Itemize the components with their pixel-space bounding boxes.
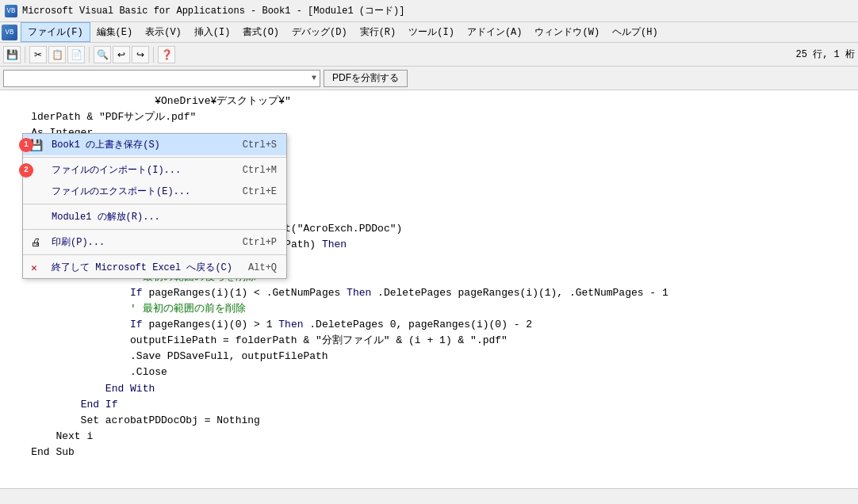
toolbar-1: 💾 ✂ 📋 📄 🔍 ↩ ↪ ❓ 25 行, 1 桁 xyxy=(0,43,858,67)
vba-logo: VB xyxy=(2,25,17,40)
exit-label: 終了して Microsoft Excel へ戻る(C) xyxy=(52,261,232,274)
redo-button[interactable]: ↪ xyxy=(132,46,149,63)
exit-icon: ✕ xyxy=(31,262,37,274)
dropdown-sep-1 xyxy=(23,157,286,158)
separator-1 xyxy=(25,47,25,63)
exit-shortcut: Alt+Q xyxy=(248,262,277,273)
find-button[interactable]: 🔍 xyxy=(94,46,111,63)
toolbar-2: ▼ PDFを分割する xyxy=(0,67,858,90)
code-line: Next i xyxy=(6,429,852,445)
menu-release-item[interactable]: Module1 の解放(R)... xyxy=(23,206,286,227)
code-line: If pageRanges(i)(0) > 1 Then .DeletePage… xyxy=(6,317,852,333)
menu-bar: VB ファイル(F) 編集(E) 表示(V) 挿入(I) 書式(O) デバッグ(… xyxy=(0,22,858,43)
app-icon: VB xyxy=(5,5,17,17)
main-area: ¥OneDrive¥デスクトップ¥" lderPath & "PDFサンプル.p… xyxy=(0,90,858,488)
import-shortcut: Ctrl+M xyxy=(243,165,277,176)
menu-edit[interactable]: 編集(E) xyxy=(90,23,140,41)
menu-import-item[interactable]: 2 ファイルのインポート(I)... Ctrl+M xyxy=(23,159,286,181)
step1-badge: 1 xyxy=(19,138,33,152)
paste-button[interactable]: 📄 xyxy=(67,46,85,63)
code-line: ' 最初の範囲の前を削除 xyxy=(6,301,852,317)
code-line: lderPath & "PDFサンプル.pdf" xyxy=(6,109,852,125)
dropdown-sep-2 xyxy=(23,204,286,204)
save-button[interactable]: 💾 xyxy=(3,46,21,63)
help-toolbar-button[interactable]: ❓ xyxy=(158,46,175,63)
print-icon: 🖨 xyxy=(31,236,41,248)
code-line: .Close xyxy=(6,365,852,380)
toolbar-position: 25 行, 1 桁 xyxy=(796,48,855,61)
menu-tools[interactable]: ツール(I) xyxy=(402,23,461,41)
import-label: ファイルのインポート(I)... xyxy=(52,163,227,177)
menu-save-item[interactable]: 💾 1 Book1 の上書き保存(S) Ctrl+S xyxy=(23,134,286,155)
menu-run[interactable]: 実行(R) xyxy=(354,23,403,41)
menu-debug[interactable]: デバッグ(D) xyxy=(285,23,354,41)
menu-print-item[interactable]: 🖨 印刷(P)... Ctrl+P xyxy=(23,231,286,253)
undo-button[interactable]: ↩ xyxy=(113,46,130,63)
save-shortcut: Ctrl+S xyxy=(243,139,277,151)
step2-badge: 2 xyxy=(19,163,33,178)
menu-addins[interactable]: アドイン(A) xyxy=(461,23,529,41)
cut-button[interactable]: ✂ xyxy=(29,46,47,63)
menu-export-item[interactable]: ファイルのエクスポート(E)... Ctrl+E xyxy=(23,181,286,202)
code-line: End With xyxy=(6,381,852,397)
print-label: 印刷(P)... xyxy=(52,235,227,249)
release-label: Module1 の解放(R)... xyxy=(52,210,277,223)
save-label: Book1 の上書き保存(S) xyxy=(52,138,227,151)
menu-view[interactable]: 表示(V) xyxy=(139,23,188,41)
export-shortcut: Ctrl+E xyxy=(243,186,277,197)
dropdown-sep-4 xyxy=(23,254,286,255)
code-line: End If xyxy=(6,397,852,413)
menu-exit-item[interactable]: ✕ 終了して Microsoft Excel へ戻る(C) Alt+Q xyxy=(23,257,286,278)
separator-3 xyxy=(153,47,154,63)
title-text: Microsoft Visual Basic for Applications … xyxy=(22,4,404,17)
copy-button[interactable]: 📋 xyxy=(48,46,66,63)
export-label: ファイルのエクスポート(E)... xyxy=(52,185,227,198)
file-dropdown-menu: 💾 1 Book1 の上書き保存(S) Ctrl+S 2 ファイルのインポート(… xyxy=(22,133,287,279)
menu-help[interactable]: ヘルプ(H) xyxy=(606,23,665,41)
status-bar xyxy=(0,488,858,504)
dropdown-sep-3 xyxy=(23,229,286,230)
menu-file[interactable]: ファイル(F) xyxy=(21,22,90,42)
code-line: If pageRanges(i)(1) < .GetNumPages Then … xyxy=(6,285,852,301)
menu-insert[interactable]: 挿入(I) xyxy=(188,23,237,41)
combo-arrow-icon: ▼ xyxy=(312,74,316,82)
run-pdf-button[interactable]: PDFを分割する xyxy=(324,70,408,87)
module-combo[interactable]: ▼ xyxy=(3,70,320,87)
position-text: 25 行, 1 桁 xyxy=(796,48,855,61)
separator-2 xyxy=(89,47,90,63)
code-line: Set acrobatPDDocObj = Nothing xyxy=(6,413,852,429)
code-line: ¥OneDrive¥デスクトップ¥" xyxy=(6,94,852,109)
print-shortcut: Ctrl+P xyxy=(243,237,277,248)
code-line: outputFilePath = folderPath & "分割ファイル" &… xyxy=(6,333,852,349)
code-line: End Sub xyxy=(6,445,852,460)
menu-format[interactable]: 書式(O) xyxy=(236,23,285,41)
code-line: .Save PDSaveFull, outputFilePath xyxy=(6,349,852,365)
title-bar: VB Microsoft Visual Basic for Applicatio… xyxy=(0,0,858,22)
menu-window[interactable]: ウィンドウ(W) xyxy=(528,23,606,41)
